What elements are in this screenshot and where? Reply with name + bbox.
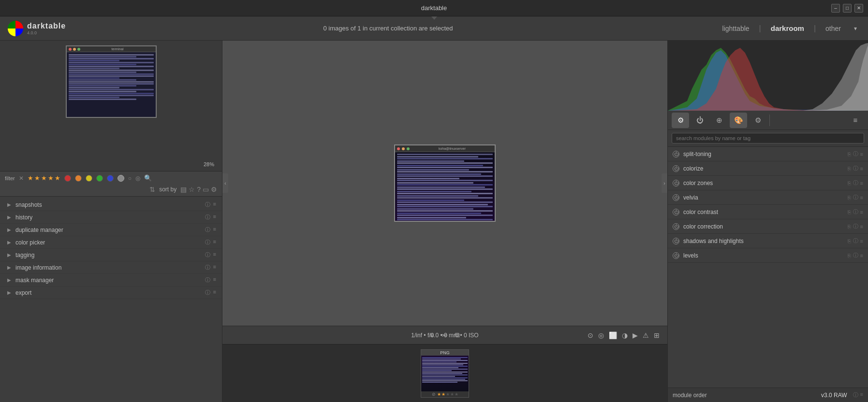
search-icon[interactable]: 🔍 xyxy=(144,174,152,182)
module-info-icon[interactable]: ⓘ xyxy=(205,214,210,221)
rt-palette-icon[interactable]: 🎨 xyxy=(730,113,747,128)
rm-info-icon[interactable]: ⓘ xyxy=(853,252,858,259)
sort-star-icon[interactable]: ☆ xyxy=(189,186,195,193)
right-panel-collapse[interactable]: › xyxy=(662,173,667,193)
module-order-menu-icon[interactable]: ≡ xyxy=(860,391,863,399)
rm-menu-icon[interactable]: ≡ xyxy=(860,238,863,244)
module-tagging[interactable]: ▶ tagging ⓘ ≡ xyxy=(0,249,222,261)
toolbar-bw-icon[interactable]: ◑ xyxy=(622,331,628,339)
minimize-button[interactable]: – xyxy=(831,4,840,13)
toolbar-exposure-icon[interactable]: ◎ xyxy=(598,331,604,339)
rt-power-icon[interactable]: ⏻ xyxy=(691,113,708,128)
rt-menu-icon[interactable]: ≡ xyxy=(847,113,864,128)
rm-velvia[interactable]: ⏻ velvia ⎘ ⓘ ≡ xyxy=(668,190,868,205)
star-5[interactable]: ★ xyxy=(55,174,60,182)
rm-power-icon[interactable]: ⏻ xyxy=(673,151,679,158)
nav-dropdown-button[interactable]: ▾ xyxy=(851,24,860,33)
rm-power-icon[interactable]: ⏻ xyxy=(673,194,679,201)
module-snapshots[interactable]: ▶ snapshots ⓘ ≡ xyxy=(0,199,222,211)
module-menu-icon[interactable]: ≡ xyxy=(213,201,216,208)
sort-display-icon[interactable]: ▭ xyxy=(203,186,209,193)
rm-copy-icon[interactable]: ⎘ xyxy=(848,253,851,258)
filter-reject-icon[interactable]: ✕ xyxy=(19,175,24,182)
toolbar-alert-icon[interactable]: ⚠ xyxy=(643,331,649,339)
rm-copy-icon[interactable]: ⎘ xyxy=(848,195,851,201)
rt-add-icon[interactable]: ⊕ xyxy=(710,113,728,128)
module-info-icon[interactable]: ⓘ xyxy=(205,239,210,246)
module-menu-icon[interactable]: ≡ xyxy=(213,289,216,296)
toolbar-focus-icon[interactable]: ⊙ xyxy=(588,331,593,339)
rm-menu-icon[interactable]: ≡ xyxy=(860,224,863,230)
sort-icon-1[interactable]: ⇅ xyxy=(149,186,155,193)
nav-darkroom[interactable]: darkroom xyxy=(767,22,808,34)
rm-copy-icon[interactable]: ⎘ xyxy=(848,180,851,186)
rm-color-contrast[interactable]: ⏻ color contrast ⎘ ⓘ ≡ xyxy=(668,205,868,219)
module-menu-icon[interactable]: ≡ xyxy=(213,226,216,233)
rm-power-icon[interactable]: ⏻ xyxy=(673,165,679,172)
left-panel-collapse[interactable]: ‹ xyxy=(222,173,228,193)
rm-menu-icon[interactable]: ≡ xyxy=(860,209,863,215)
rm-info-icon[interactable]: ⓘ xyxy=(853,237,858,244)
rm-menu-icon[interactable]: ≡ xyxy=(860,180,863,186)
rm-copy-icon[interactable]: ⎘ xyxy=(848,209,851,215)
rm-copy-icon[interactable]: ⎘ xyxy=(848,151,851,157)
filter-color-blue[interactable] xyxy=(107,175,114,182)
rm-copy-icon[interactable]: ⎘ xyxy=(848,166,851,172)
filter-intersect-icon[interactable]: ◎ xyxy=(135,175,140,182)
rm-info-icon[interactable]: ⓘ xyxy=(853,223,858,230)
rm-info-icon[interactable]: ⓘ xyxy=(853,150,858,158)
rm-copy-icon[interactable]: ⎘ xyxy=(848,238,851,244)
sort-question-icon[interactable]: ? xyxy=(197,186,201,193)
close-button[interactable]: ✕ xyxy=(854,4,863,13)
sort-settings-icon[interactable]: ⚙ xyxy=(211,186,217,193)
star-3[interactable]: ★ xyxy=(41,174,47,182)
rm-info-icon[interactable]: ⓘ xyxy=(853,179,858,187)
nav-lighttable[interactable]: lighttable xyxy=(719,23,753,34)
rm-shadows-highlights[interactable]: ⏻ shadows and highlights ⎘ ⓘ ≡ xyxy=(668,234,868,248)
module-info-icon[interactable]: ⓘ xyxy=(205,226,210,233)
module-color-picker[interactable]: ▶ color picker ⓘ ≡ xyxy=(0,236,222,249)
module-info-icon[interactable]: ⓘ xyxy=(205,289,210,296)
rm-power-icon[interactable]: ⏻ xyxy=(673,223,679,230)
filter-color-red[interactable] xyxy=(64,175,71,182)
module-menu-icon[interactable]: ≡ xyxy=(213,276,216,284)
filmstrip-thumbnail[interactable]: PNG xyxy=(421,349,469,398)
filter-circle-icon[interactable]: ○ xyxy=(128,175,132,182)
rm-levels[interactable]: ⏻ levels ⎘ ⓘ ≡ xyxy=(668,248,868,263)
rm-info-icon[interactable]: ⓘ xyxy=(853,194,858,201)
rm-menu-icon[interactable]: ≡ xyxy=(860,195,863,201)
toolbar-grid-icon[interactable]: ⊞ xyxy=(654,331,660,339)
rm-colorize[interactable]: ⏻ colorize ⎘ ⓘ ≡ xyxy=(668,161,868,176)
rm-menu-icon[interactable]: ≡ xyxy=(860,151,863,157)
rt-sliders-icon[interactable]: ⚙ xyxy=(672,113,689,128)
rm-color-correction[interactable]: ⏻ color correction ⎘ ⓘ ≡ xyxy=(668,219,868,234)
star-4[interactable]: ★ xyxy=(48,174,54,182)
rm-power-icon[interactable]: ⏻ xyxy=(673,238,679,244)
rm-power-icon[interactable]: ⏻ xyxy=(673,209,679,215)
module-info-icon[interactable]: ⓘ xyxy=(205,276,210,284)
module-menu-icon[interactable]: ≡ xyxy=(213,251,216,258)
rm-copy-icon[interactable]: ⎘ xyxy=(848,224,851,230)
rm-power-icon[interactable]: ⏻ xyxy=(673,180,679,187)
star-2[interactable]: ★ xyxy=(34,174,40,182)
filter-color-orange[interactable] xyxy=(75,175,82,182)
rm-split-toning[interactable]: ⏻ split-toning ⎘ ⓘ ≡ xyxy=(668,147,868,161)
darkroom-canvas[interactable]: ‹ › koha@linuxserver xyxy=(222,41,667,326)
rm-menu-icon[interactable]: ≡ xyxy=(860,166,863,172)
module-image-information[interactable]: ▶ image information ⓘ ≡ xyxy=(0,261,222,274)
module-duplicate-manager[interactable]: ▶ duplicate manager ⓘ ≡ xyxy=(0,224,222,236)
module-menu-icon[interactable]: ≡ xyxy=(213,264,216,271)
rm-menu-icon[interactable]: ≡ xyxy=(860,253,863,258)
module-history[interactable]: ▶ history ⓘ ≡ xyxy=(0,211,222,224)
rt-gear-icon[interactable]: ⚙ xyxy=(749,113,766,128)
module-search-input[interactable] xyxy=(672,133,864,144)
module-order-info-icon[interactable]: ⓘ xyxy=(853,391,858,399)
rm-info-icon[interactable]: ⓘ xyxy=(853,208,858,215)
nav-other[interactable]: other xyxy=(822,23,845,34)
module-mask-manager[interactable]: ▶ mask manager ⓘ ≡ xyxy=(0,274,222,287)
module-info-icon[interactable]: ⓘ xyxy=(205,264,210,271)
module-menu-icon[interactable]: ≡ xyxy=(213,214,216,221)
rm-info-icon[interactable]: ⓘ xyxy=(853,165,858,172)
star-1[interactable]: ★ xyxy=(28,174,33,182)
sort-icon-2[interactable]: ▤ xyxy=(180,186,187,193)
